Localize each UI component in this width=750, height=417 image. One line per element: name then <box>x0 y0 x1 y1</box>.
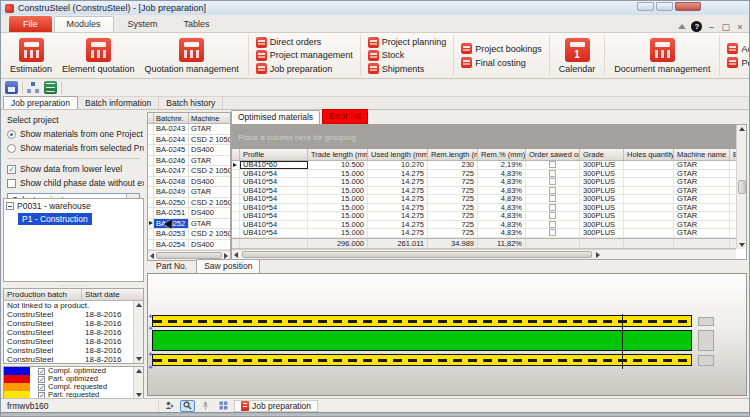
column-header[interactable]: Machine name <box>674 149 730 160</box>
check-lower-level[interactable]: Show data from lower level <box>3 162 144 176</box>
table-row[interactable]: UB410*54 15.000 14.275 725 4,83% 300PLUS… <box>232 187 736 196</box>
materials-hscrollbar[interactable] <box>232 249 736 259</box>
microphone-icon[interactable] <box>198 400 213 412</box>
checkbox-icon[interactable] <box>38 376 45 383</box>
shipments-button[interactable]: Shipments <box>365 63 450 75</box>
tab-modules[interactable]: Modules <box>54 16 114 32</box>
active-module-indicator[interactable]: Job preparation <box>234 400 318 412</box>
close-icon[interactable] <box>675 2 701 11</box>
tab-error-list[interactable]: Error list <box>322 109 368 124</box>
column-header[interactable]: Start date <box>82 289 143 300</box>
scroll-thumb[interactable] <box>738 180 746 194</box>
quotation-management-button[interactable]: Quotation management <box>140 36 244 75</box>
minimize-icon[interactable] <box>637 2 654 11</box>
column-header[interactable]: Grade <box>580 149 624 160</box>
mdi-minimize-icon[interactable]: – <box>707 22 715 32</box>
table-row[interactable]: Not linked to a product. <box>4 301 143 310</box>
checkbox-icon[interactable] <box>7 165 16 174</box>
checkbox-icon[interactable] <box>549 229 556 236</box>
checkbox-icon[interactable] <box>549 170 556 177</box>
table-row[interactable]: BA-0254DS400 <box>148 240 230 251</box>
radio-one-project[interactable]: Show materials from one Project <box>3 127 144 141</box>
document-management-button[interactable]: Document management <box>609 36 715 75</box>
estimation-button[interactable]: Estimation <box>5 36 57 75</box>
table-row[interactable]: ConstruSteel18-8-2016 <box>4 337 143 346</box>
hierarchy-icon[interactable] <box>27 81 40 94</box>
maximize-icon[interactable] <box>656 2 673 11</box>
table-row[interactable]: ConstruSteel18-8-2016 <box>4 310 143 319</box>
scroll-down-icon[interactable] <box>136 393 142 397</box>
table-row[interactable]: UB410*54 15.000 14.275 725 4,83% 300PLUS… <box>232 195 736 204</box>
column-header[interactable]: Profile <box>240 149 308 160</box>
checkbox-icon[interactable] <box>549 204 556 211</box>
table-row[interactable]: UB410*54 15.000 14.275 725 4,83% 300PLUS… <box>232 170 736 179</box>
check-child-phase[interactable]: Show child phase date without extra/less… <box>3 176 144 190</box>
table-row[interactable]: BA-0247CSD 2 1050 <box>148 166 230 177</box>
column-header[interactable]: Trade length (mm) <box>308 149 368 160</box>
collapse-icon[interactable] <box>6 202 14 210</box>
project-planning-button[interactable]: Project planning <box>365 36 450 48</box>
tab-saw-position[interactable]: Saw position <box>196 259 260 273</box>
calendar-button[interactable]: Calendar <box>554 36 601 75</box>
job-preparation-button[interactable]: Job preparation <box>253 63 356 75</box>
element-quotation-button[interactable]: Element quotation <box>57 36 140 75</box>
radio-icon[interactable] <box>7 130 16 139</box>
column-header[interactable]: Batchnr. <box>154 113 189 123</box>
scroll-thumb[interactable] <box>156 252 222 259</box>
tab-job-preparation[interactable]: Job preparation <box>3 96 78 109</box>
scroll-right-icon[interactable] <box>596 252 600 258</box>
scroll-right-icon[interactable] <box>224 253 228 259</box>
panel-splitter[interactable] <box>3 282 144 287</box>
table-row[interactable]: BA-0253CSD 2 1050 <box>148 229 230 240</box>
final-costing-button[interactable]: Final costing <box>458 56 545 69</box>
table-row[interactable]: UB410*54 15.000 14.275 725 4,83% 300PLUS… <box>232 178 736 187</box>
legend-scrollbar[interactable] <box>133 367 143 399</box>
table-row[interactable]: BA-0251DS400 <box>148 208 230 219</box>
help-icon[interactable]: ? <box>691 21 702 32</box>
mdi-close-icon[interactable]: × <box>736 22 744 32</box>
radio-selected-projects[interactable]: Show materials from selected Projects <box>3 141 144 155</box>
save-icon[interactable] <box>5 81 18 94</box>
mdi-restore-icon[interactable]: ▢ <box>721 22 730 32</box>
table-row[interactable]: UB410*60 10.500 10.270 230 2,19% 300PLUS… <box>232 161 736 170</box>
checkbox-icon[interactable] <box>7 179 16 188</box>
focused-cell[interactable]: UB410*60 <box>240 161 308 169</box>
scroll-left-icon[interactable] <box>234 252 238 258</box>
tree-node-child-selected[interactable]: P1 - Construction <box>18 213 92 225</box>
tab-system[interactable]: System <box>116 17 170 32</box>
tree-node-root[interactable]: P0031 - warehouse <box>4 199 143 212</box>
scroll-left-icon[interactable] <box>150 253 154 259</box>
tab-file[interactable]: File <box>9 16 52 32</box>
table-row[interactable]: BA-0246GTAR <box>148 156 230 167</box>
table-row[interactable]: BA-0245DS400 <box>148 145 230 156</box>
table-row[interactable]: UB410*54 15.000 14.275 725 4,83% 300PLUS… <box>232 221 736 230</box>
column-header[interactable]: Order sawed on len <box>526 149 580 160</box>
checkbox-icon[interactable] <box>549 195 556 202</box>
table-row[interactable]: ConstruSteel18-8-2016 <box>4 346 143 355</box>
column-header[interactable]: Holes quantity <box>624 149 674 160</box>
column-header[interactable]: Production batch <box>4 289 82 300</box>
direct-orders-button[interactable]: Direct orders <box>253 36 356 48</box>
add-user-icon[interactable] <box>162 400 177 412</box>
tab-tables[interactable]: Tables <box>172 17 222 32</box>
table-row[interactable]: ConstruSteel18-8-2016 <box>4 355 143 364</box>
stock-button[interactable]: Stock <box>365 49 450 61</box>
tab-part-no[interactable]: Part No. <box>149 260 194 273</box>
checkbox-icon[interactable] <box>38 368 45 375</box>
scroll-up-icon[interactable] <box>136 303 142 307</box>
scroll-down-icon[interactable] <box>739 243 745 247</box>
grid-view-icon[interactable] <box>216 400 231 412</box>
checkbox-icon[interactable] <box>549 221 556 228</box>
table-row[interactable]: BA-0243GTAR <box>148 124 230 135</box>
personnel-administration-button[interactable]: Personnel administration <box>724 56 750 69</box>
column-header-sorted[interactable]: Rem.% (mm) <box>478 149 526 160</box>
saw-position-canvas[interactable]: + + + + <box>147 273 747 396</box>
table-row[interactable]: UB410*54 15.000 14.275 725 4,83% 300PLUS… <box>232 212 736 221</box>
checkbox-icon[interactable] <box>549 212 556 219</box>
table-row[interactable]: BA-0250CSD 2 1050 <box>148 198 230 209</box>
tab-optimised-materials[interactable]: Optimised materials <box>231 110 320 124</box>
scroll-down-icon[interactable] <box>136 357 142 361</box>
checkbox-icon[interactable] <box>549 187 556 194</box>
table-row[interactable]: BA-0244CSD 2 1050 <box>148 135 230 146</box>
materials-vscrollbar[interactable] <box>736 125 746 249</box>
